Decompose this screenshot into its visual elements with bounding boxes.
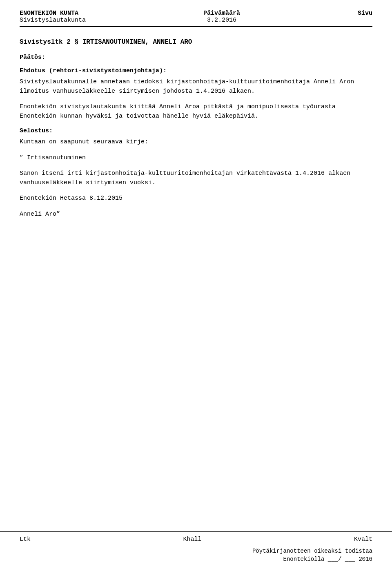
body-text: Enontekiön sivistyslautakunta kiittää An… <box>20 103 372 121</box>
dept-name: Sivistyslautakunta <box>20 17 86 24</box>
section-title: Sivistysltk 2 § IRTISANOUTUMINEN, ANNELI… <box>20 38 372 46</box>
date-value: 3.2.2016 <box>203 17 240 24</box>
proposal-text: Sivistyslautakunnalle annetaan tiedoksi … <box>20 78 372 96</box>
selostus-intro: Kuntaan on saapunut seuraava kirje: <box>20 138 372 147</box>
page-header: ENONTEKIÖN KUNTA Sivistyslautakunta Päiv… <box>20 10 372 27</box>
letter-title: ” Irtisanoutuminen <box>20 154 372 163</box>
proposal-label: Ehdotus (rehtori-sivistystoimenjohtaja): <box>20 67 372 74</box>
letter-body: Sanon itseni irti kirjastonhoitaja-kultt… <box>20 169 372 187</box>
page-footer: Ltk Khall Kvalt Pöytäkirjanotteen oikeak… <box>0 531 392 569</box>
page: ENONTEKIÖN KUNTA Sivistyslautakunta Päiv… <box>0 0 392 569</box>
page-label: Sivu <box>358 10 372 17</box>
header-center: Päivämäärä 3.2.2016 <box>203 10 240 24</box>
footer-khall: Khall <box>183 536 201 543</box>
decision-label: Päätös: <box>20 54 372 61</box>
closing-name: Anneli Aro” <box>20 210 372 219</box>
footer-right-text: Pöytäkirjanotteen oikeaksi todistaa <box>252 548 372 554</box>
header-left: ENONTEKIÖN KUNTA Sivistyslautakunta <box>20 10 86 24</box>
org-name: ENONTEKIÖN KUNTA <box>20 10 86 17</box>
footer-bottom: Pöytäkirjanotteen oikeaksi todistaa Enon… <box>20 548 372 562</box>
footer-enontekio-line: Enontekiöllä ___/ ___ 2016 <box>283 556 372 562</box>
closing-place-date: Enontekiön Hetassa 8.12.2015 <box>20 194 372 203</box>
footer-kvalt: Kvalt <box>354 536 372 543</box>
footer-ltk: Ltk <box>20 536 31 543</box>
header-right: Sivu <box>358 10 372 17</box>
selostus-label: Selostus: <box>20 127 372 134</box>
footer-top-row: Ltk Khall Kvalt <box>20 536 372 543</box>
date-label: Päivämäärä <box>203 10 240 17</box>
